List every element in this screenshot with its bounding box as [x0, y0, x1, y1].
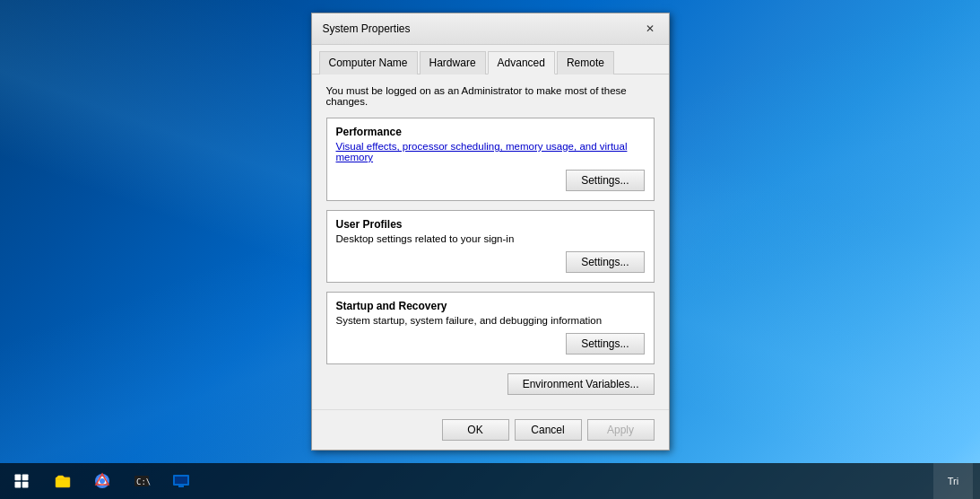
notification-text: Tri — [948, 476, 958, 486]
apply-button[interactable]: Apply — [587, 419, 655, 441]
tab-hardware[interactable]: Hardware — [420, 51, 486, 74]
user-profiles-btn-row: Settings... — [336, 251, 645, 273]
taskbar: C:\> Tri — [0, 463, 980, 499]
startup-recovery-desc: System startup, system failure, and debu… — [336, 315, 645, 326]
performance-title: Performance — [336, 126, 645, 138]
taskbar-chrome-icon[interactable] — [82, 463, 122, 499]
taskbar-terminal-icon[interactable]: C:\> — [122, 463, 161, 499]
svg-rect-4 — [56, 477, 70, 487]
svg-text:C:\>: C:\> — [136, 477, 151, 486]
svg-point-7 — [100, 478, 105, 484]
dialog-title: System Properties — [323, 22, 411, 35]
user-profiles-desc: Desktop settings related to your sign-in — [336, 233, 645, 244]
startup-recovery-title: Startup and Recovery — [336, 300, 645, 312]
svg-rect-2 — [15, 482, 22, 488]
start-button[interactable] — [0, 463, 43, 499]
svg-rect-1 — [22, 475, 29, 481]
close-button[interactable]: ✕ — [642, 21, 658, 37]
tabs-container: Computer Name Hardware Advanced Remote — [312, 45, 669, 74]
user-profiles-section: User Profiles Desktop settings related t… — [326, 210, 655, 283]
svg-rect-3 — [22, 482, 29, 488]
svg-rect-11 — [175, 477, 187, 484]
taskbar-explorer-icon[interactable] — [43, 463, 82, 499]
environment-variables-button[interactable]: Environment Variables... — [507, 373, 655, 395]
taskbar-notification-panel[interactable]: Tri — [933, 463, 973, 499]
admin-notice: You must be logged on as an Administrato… — [326, 85, 655, 107]
tab-remote[interactable]: Remote — [557, 51, 614, 74]
tab-computer-name[interactable]: Computer Name — [319, 51, 418, 74]
user-profiles-title: User Profiles — [336, 218, 645, 231]
startup-recovery-btn-row: Settings... — [336, 333, 645, 355]
env-btn-row: Environment Variables... — [326, 373, 655, 395]
dialog-titlebar: System Properties ✕ — [312, 13, 669, 45]
dialog-overlay: System Properties ✕ Computer Name Hardwa… — [0, 0, 980, 463]
dialog-footer: OK Cancel Apply — [312, 409, 669, 450]
system-properties-dialog: System Properties ✕ Computer Name Hardwa… — [311, 13, 670, 451]
desktop: System Properties ✕ Computer Name Hardwa… — [0, 0, 980, 499]
ok-button[interactable]: OK — [442, 419, 509, 441]
taskbar-right: Tri — [933, 463, 980, 499]
cancel-button[interactable]: Cancel — [515, 419, 582, 441]
tab-advanced[interactable]: Advanced — [488, 51, 555, 74]
user-profiles-settings-button[interactable]: Settings... — [566, 251, 644, 273]
performance-settings-button[interactable]: Settings... — [566, 170, 644, 191]
svg-rect-0 — [15, 475, 22, 481]
performance-btn-row: Settings... — [336, 170, 645, 191]
taskbar-remote-icon[interactable] — [161, 463, 201, 499]
performance-section: Performance Visual effects, processor sc… — [326, 118, 655, 201]
dialog-content: You must be logged on as an Administrato… — [312, 74, 669, 409]
startup-recovery-settings-button[interactable]: Settings... — [566, 333, 644, 355]
performance-desc[interactable]: Visual effects, processor scheduling, me… — [336, 141, 645, 162]
svg-rect-12 — [178, 486, 184, 487]
startup-recovery-section: Startup and Recovery System startup, sys… — [326, 292, 655, 364]
